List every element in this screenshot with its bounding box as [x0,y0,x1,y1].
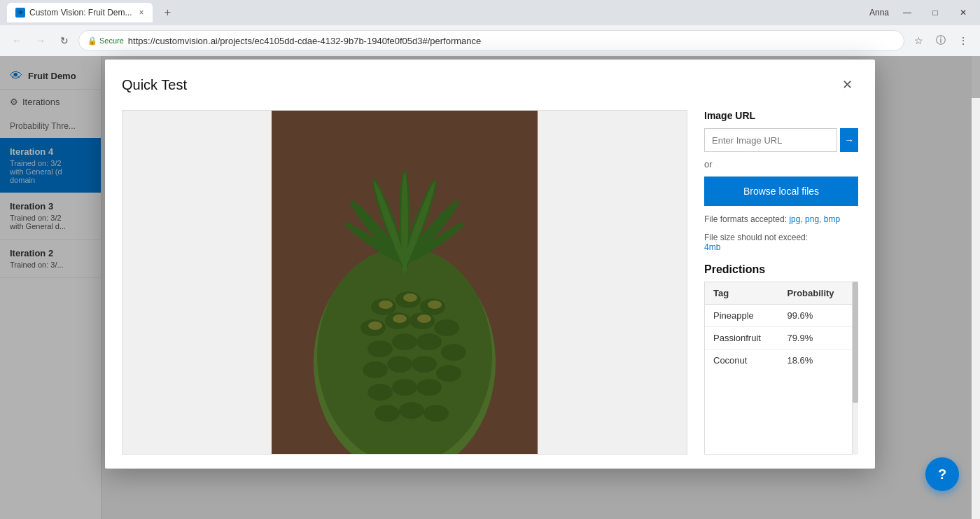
url-submit-btn[interactable]: → [840,128,858,152]
tab-favicon [15,8,25,18]
forward-btn[interactable]: → [31,31,50,50]
file-formats-prefix: File formats accepted: [704,214,789,224]
help-icon: ? [938,466,946,483]
table-row: Coconut 18.6% [705,350,852,372]
file-formats-links[interactable]: jpg, png, bmp [789,214,840,224]
new-tab-btn[interactable]: + [158,3,178,22]
svg-point-29 [417,314,431,323]
lock-icon: 🔒 [88,36,97,46]
svg-point-28 [393,314,407,323]
svg-point-14 [363,361,388,378]
svg-point-9 [434,319,459,336]
secure-label: Secure [99,36,124,45]
pineapple-image [272,111,538,454]
address-bar[interactable]: 🔒 Secure https://customvision.ai/project… [78,30,904,51]
predictions-scrollbar-thumb [853,282,858,403]
modal-close-btn[interactable]: ✕ [836,74,858,96]
modal-title: Quick Test [122,77,187,93]
title-bar: Custom Vision: Fruit Dem... × + Anna — □… [0,0,980,25]
menu-icon[interactable]: ⋮ [953,31,973,50]
browse-local-files-btn[interactable]: Browse local files [704,177,858,206]
nav-bar: ← → ↻ 🔒 Secure https://customvision.ai/p… [0,25,980,56]
info-icon[interactable]: ⓘ [931,31,951,50]
file-size-link[interactable]: 4mb [704,242,720,252]
probability-cell: 18.6% [778,350,852,372]
title-bar-left: Custom Vision: Fruit Dem... × + [7,3,178,22]
svg-point-13 [441,344,466,361]
maximize-btn[interactable]: □ [925,3,945,22]
quick-test-modal: Quick Test ✕ [105,60,875,469]
tab-title: Custom Vision: Fruit Dem... [29,8,132,18]
image-area [122,110,687,455]
probability-cell: 79.9% [778,327,852,350]
reload-btn[interactable]: ↻ [55,31,74,50]
predictions-table-container[interactable]: Tag Probability Pineapple 99.6% Passionf… [704,282,853,455]
tag-cell: Passionfruit [705,327,778,350]
image-url-section: Image URL → or Browse local files File f… [704,110,858,252]
file-size-prefix: File size should not exceed: [704,233,808,242]
page-scrollbar-thumb [972,56,980,98]
image-url-input[interactable] [704,128,837,152]
svg-point-10 [368,340,393,357]
svg-point-12 [416,333,442,350]
svg-point-19 [392,379,417,396]
predictions-scrollbar[interactable] [853,282,858,455]
title-bar-right: Anna — □ ✕ [869,3,973,22]
svg-point-27 [368,321,382,330]
browser-user: Anna [869,8,889,18]
svg-point-15 [387,356,412,373]
right-panel: Image URL → or Browse local files File f… [704,110,858,455]
file-size-info: File size should not exceed: 4mb [704,233,858,252]
url-input-row: → [704,128,858,152]
back-btn[interactable]: ← [7,31,27,50]
svg-point-18 [368,384,393,401]
col-tag: Tag [705,282,778,305]
svg-point-16 [412,356,437,373]
modal-header: Quick Test ✕ [105,60,875,103]
or-divider: or [704,159,858,169]
predictions-table: Tag Probability Pineapple 99.6% Passionf… [705,282,852,371]
svg-point-24 [379,300,393,309]
bookmark-icon[interactable]: ☆ [909,31,928,50]
page-scrollbar[interactable] [972,56,980,519]
modal-body: Image URL → or Browse local files File f… [105,103,875,469]
tab-close-btn[interactable]: × [139,8,144,18]
modal-overlay: Quick Test ✕ [0,56,980,519]
svg-point-20 [416,379,442,396]
svg-point-22 [399,402,424,419]
table-row: Passionfruit 79.9% [705,327,852,350]
table-row: Pineapple 99.6% [705,305,852,327]
help-bubble[interactable]: ? [925,457,959,491]
browser-tab[interactable]: Custom Vision: Fruit Dem... × [7,3,153,22]
predictions-section: Predictions Tag Probability [704,263,858,455]
svg-point-23 [424,405,449,422]
arrow-right-icon: → [844,134,854,146]
predictions-scroll-container: Tag Probability Pineapple 99.6% Passionf… [704,282,858,455]
url-text: https://customvision.ai/projects/ec4105d… [128,36,895,46]
minimize-btn[interactable]: — [897,3,917,22]
svg-point-26 [428,300,442,309]
secure-badge: 🔒 Secure [88,36,124,46]
svg-point-11 [392,333,417,350]
close-btn[interactable]: ✕ [953,3,973,22]
col-probability: Probability [778,282,852,305]
svg-point-21 [374,405,400,422]
file-formats-info: File formats accepted: jpg, png, bmp [704,213,858,226]
tag-cell: Coconut [705,350,778,372]
probability-cell: 99.6% [778,305,852,327]
browser-chrome: Custom Vision: Fruit Dem... × + Anna — □… [0,0,980,56]
predictions-title: Predictions [704,263,858,276]
svg-point-25 [403,293,417,302]
nav-icons: ☆ ⓘ ⋮ [909,31,973,50]
svg-point-17 [436,365,461,382]
image-url-label: Image URL [704,110,858,121]
tag-cell: Pineapple [705,305,778,327]
